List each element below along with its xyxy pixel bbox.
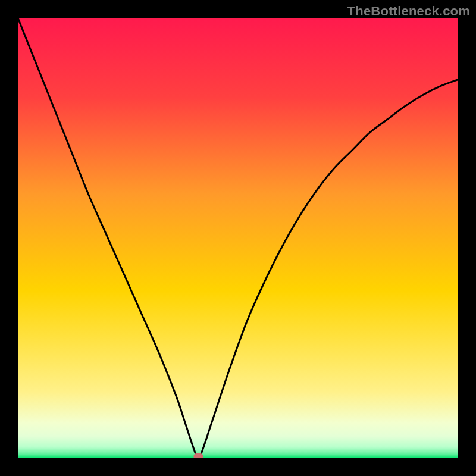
bottleneck-chart — [18, 18, 458, 458]
plot-area — [18, 18, 458, 458]
optimum-marker — [193, 453, 203, 458]
chart-frame: TheBottleneck.com — [0, 0, 476, 476]
gradient-background — [18, 18, 458, 458]
watermark-text: TheBottleneck.com — [347, 4, 470, 19]
